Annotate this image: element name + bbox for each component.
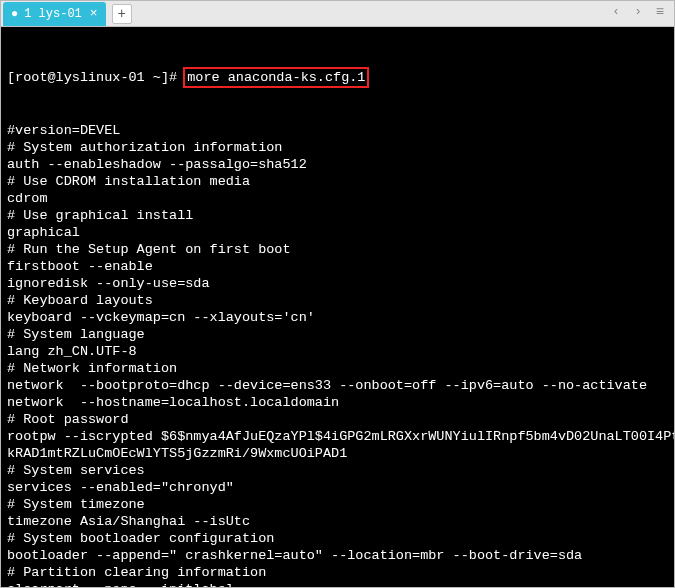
- menu-icon: ≡: [656, 4, 664, 20]
- content-line: kRAD1mtRZLuCmOEcWlYTS5jGzzmRi/9WxmcUOiPA…: [7, 445, 668, 462]
- content-line: #version=DEVEL: [7, 122, 668, 139]
- tab-bar: ● 1 lys-01 × + ‹ › ≡: [1, 1, 674, 27]
- content-line: graphical: [7, 224, 668, 241]
- shell-prompt: [root@lyslinux-01 ~]#: [7, 70, 185, 85]
- content-line: clearpart --none --initlabel: [7, 581, 668, 587]
- tabs-menu-button[interactable]: ≡: [652, 4, 668, 20]
- content-line: # Partition clearing information: [7, 564, 668, 581]
- highlighted-command: more anaconda-ks.cfg.1: [183, 67, 369, 88]
- content-line: # System bootloader configuration: [7, 530, 668, 547]
- tabs-scroll-left-button[interactable]: ‹: [608, 4, 624, 20]
- content-line: auth --enableshadow --passalgo=sha512: [7, 156, 668, 173]
- content-line: # System timezone: [7, 496, 668, 513]
- content-line: # Use CDROM installation media: [7, 173, 668, 190]
- content-line: services --enabled="chronyd": [7, 479, 668, 496]
- content-line: # System language: [7, 326, 668, 343]
- app-window: ● 1 lys-01 × + ‹ › ≡ [root@lyslinux-01 ~…: [0, 0, 675, 588]
- chevron-left-icon: ‹: [612, 5, 619, 19]
- content-line: # Run the Setup Agent on first boot: [7, 241, 668, 258]
- content-line: # Use graphical install: [7, 207, 668, 224]
- tab-close-icon[interactable]: ×: [90, 6, 98, 21]
- file-content: #version=DEVEL# System authorization inf…: [7, 122, 668, 587]
- content-line: cdrom: [7, 190, 668, 207]
- tab-add-button[interactable]: +: [112, 4, 132, 24]
- tab-session-1[interactable]: ● 1 lys-01 ×: [3, 2, 106, 26]
- content-line: rootpw --iscrypted $6$nmya4AfJuEQzaYPl$4…: [7, 428, 668, 445]
- content-line: firstboot --enable: [7, 258, 668, 275]
- content-line: keyboard --vckeymap=cn --xlayouts='cn': [7, 309, 668, 326]
- terminal-pane[interactable]: [root@lyslinux-01 ~]# more anaconda-ks.c…: [1, 27, 674, 587]
- content-line: timezone Asia/Shanghai --isUtc: [7, 513, 668, 530]
- tab-label: 1 lys-01: [24, 7, 82, 21]
- content-line: # Keyboard layouts: [7, 292, 668, 309]
- tabbar-controls: ‹ › ≡: [608, 4, 668, 20]
- content-line: bootloader --append=" crashkernel=auto" …: [7, 547, 668, 564]
- tab-status-dot: ●: [11, 7, 18, 21]
- chevron-right-icon: ›: [634, 5, 641, 19]
- content-line: network --hostname=localhost.localdomain: [7, 394, 668, 411]
- content-line: # System services: [7, 462, 668, 479]
- tabs-scroll-right-button[interactable]: ›: [630, 4, 646, 20]
- content-line: network --bootproto=dhcp --device=ens33 …: [7, 377, 668, 394]
- plus-icon: +: [117, 6, 125, 22]
- content-line: ignoredisk --only-use=sda: [7, 275, 668, 292]
- content-line: lang zh_CN.UTF-8: [7, 343, 668, 360]
- content-line: # Network information: [7, 360, 668, 377]
- content-line: # System authorization information: [7, 139, 668, 156]
- prompt-line: [root@lyslinux-01 ~]# more anaconda-ks.c…: [7, 67, 668, 88]
- content-line: # Root password: [7, 411, 668, 428]
